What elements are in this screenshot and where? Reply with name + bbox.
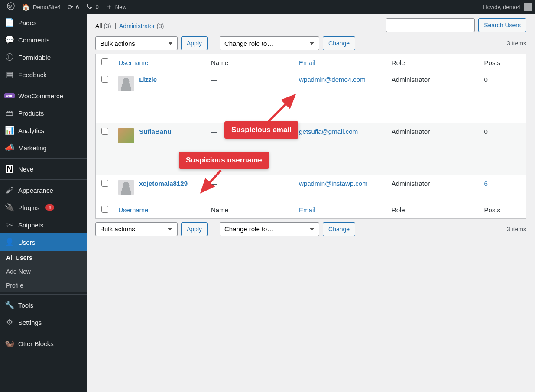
filter-administrator[interactable]: Administrator bbox=[119, 23, 155, 29]
select-all-bottom[interactable] bbox=[101, 206, 108, 213]
change-role-select[interactable]: Change role to… bbox=[220, 36, 319, 50]
username-link[interactable]: SufiaBanu bbox=[139, 128, 171, 135]
items-count-bottom: 3 items bbox=[507, 226, 526, 233]
col-name: Name bbox=[207, 54, 295, 71]
howdy-text: Howdy, demo4 bbox=[483, 4, 520, 10]
callout-suspicious-email: Suspicious email bbox=[224, 121, 298, 139]
menu-item-marketing[interactable]: 📣Marketing bbox=[0, 139, 87, 156]
feedback-icon: ▤ bbox=[5, 70, 14, 79]
name-value: — bbox=[211, 128, 217, 135]
email-link[interactable]: wpadmin@demo4.com bbox=[299, 76, 366, 83]
analytics-icon: 📊 bbox=[5, 126, 14, 135]
bulk-actions-select-bottom[interactable]: Bulk actions bbox=[95, 222, 178, 236]
menu-label: Feedback bbox=[18, 71, 47, 78]
wp-logo[interactable] bbox=[3, 0, 18, 14]
new-link[interactable]: ＋New bbox=[102, 0, 130, 14]
plugins-icon: 🔌 bbox=[5, 203, 14, 212]
apply-button-bottom[interactable]: Apply bbox=[181, 222, 208, 236]
users-table: Username Name Email Role Posts Lizzie—wp… bbox=[95, 54, 526, 219]
row-checkbox[interactable] bbox=[101, 128, 108, 135]
posts-link[interactable]: 6 bbox=[484, 180, 488, 187]
select-all-top[interactable] bbox=[101, 58, 108, 65]
role-value: Administrator bbox=[392, 128, 430, 135]
new-label: New bbox=[115, 4, 126, 10]
change-role-select-bottom[interactable]: Change role to… bbox=[220, 222, 319, 236]
email-link[interactable]: getsufia@gmail.com bbox=[299, 128, 358, 135]
row-checkbox[interactable] bbox=[101, 180, 108, 187]
filter-all[interactable]: All bbox=[95, 23, 102, 29]
menu-item-comments[interactable]: 💬Comments bbox=[0, 31, 87, 49]
row-checkbox[interactable] bbox=[101, 76, 108, 83]
apply-button-top[interactable]: Apply bbox=[181, 36, 208, 50]
avatar-icon bbox=[524, 3, 532, 11]
home-icon: 🏠 bbox=[22, 3, 30, 11]
menu-item-settings[interactable]: ⚙Settings bbox=[0, 314, 87, 331]
search-input[interactable] bbox=[386, 18, 475, 32]
name-value: — bbox=[211, 180, 217, 187]
otter-blocks-icon: 🦦 bbox=[5, 339, 14, 348]
email-link[interactable]: wpadmin@instawp.com bbox=[299, 180, 368, 187]
menu-item-snippets[interactable]: ✂Snippets bbox=[0, 216, 87, 233]
table-row: Lizzie—wpadmin@demo4.comAdministrator0 bbox=[96, 71, 526, 123]
col-email[interactable]: Email bbox=[299, 59, 315, 66]
submenu-add-new[interactable]: Add New bbox=[0, 265, 87, 279]
username-link[interactable]: Lizzie bbox=[139, 76, 157, 83]
col-posts-foot: Posts bbox=[480, 201, 526, 219]
change-button-bottom[interactable]: Change bbox=[323, 222, 355, 236]
menu-item-products[interactable]: 🗃Products bbox=[0, 104, 87, 122]
posts-value: 0 bbox=[484, 76, 488, 83]
menu-label: Tools bbox=[18, 301, 33, 309]
col-role-foot: Role bbox=[387, 201, 480, 219]
menu-item-woocommerce[interactable]: wooWooCommerce bbox=[0, 87, 87, 104]
wordpress-icon bbox=[7, 2, 15, 12]
col-name-foot: Name bbox=[207, 201, 295, 219]
callout-suspicious-username: Suspicious username bbox=[179, 152, 269, 169]
marketing-icon: 📣 bbox=[5, 143, 14, 152]
admin-toolbar: 🏠DemoSite4 ⟳6 🗨0 ＋New Howdy, demo4 bbox=[0, 0, 535, 14]
username-link[interactable]: xojetomala8129 bbox=[139, 180, 188, 187]
products-icon: 🗃 bbox=[5, 109, 14, 117]
neve-icon: N bbox=[5, 165, 14, 173]
menu-item-neve[interactable]: NNeve bbox=[0, 160, 87, 178]
change-button-top[interactable]: Change bbox=[323, 36, 355, 50]
role-value: Administrator bbox=[392, 76, 430, 83]
menu-item-otter-blocks[interactable]: 🦦Otter Blocks bbox=[0, 335, 87, 352]
site-link[interactable]: 🏠DemoSite4 bbox=[18, 0, 64, 14]
svg-point-0 bbox=[7, 3, 14, 10]
updates-link[interactable]: ⟳6 bbox=[64, 0, 82, 14]
account-link[interactable]: Howdy, demo4 bbox=[483, 3, 532, 11]
name-value: — bbox=[211, 76, 217, 83]
main-content: All (3) | Administrator (3) Search Users… bbox=[87, 14, 535, 392]
menu-label: Otter Blocks bbox=[18, 340, 54, 347]
menu-label: Marketing bbox=[18, 144, 47, 152]
menu-item-feedback[interactable]: ▤Feedback bbox=[0, 66, 87, 83]
menu-item-analytics[interactable]: 📊Analytics bbox=[0, 122, 87, 139]
settings-icon: ⚙ bbox=[5, 318, 14, 327]
menu-item-pages[interactable]: 📄Pages bbox=[0, 14, 87, 31]
menu-item-appearance[interactable]: 🖌Appearance bbox=[0, 181, 87, 199]
site-name: DemoSite4 bbox=[33, 4, 61, 10]
menu-label: Snippets bbox=[18, 221, 43, 229]
update-badge: 6 bbox=[45, 204, 54, 211]
menu-item-tools[interactable]: 🔧Tools bbox=[0, 296, 87, 314]
table-row: SufiaBanu—getsufia@gmail.comAdministrato… bbox=[96, 123, 526, 175]
pages-icon: 📄 bbox=[5, 18, 14, 27]
col-username-foot[interactable]: Username bbox=[118, 206, 148, 214]
menu-item-formidable[interactable]: ⒻFormidable bbox=[0, 49, 87, 66]
menu-item-users[interactable]: 👤Users bbox=[0, 233, 87, 251]
comments-link[interactable]: 🗨0 bbox=[83, 0, 102, 14]
submenu-all-users[interactable]: All Users bbox=[0, 251, 87, 265]
admin-sidebar: 📄Pages💬CommentsⒻFormidable▤FeedbackwooWo… bbox=[0, 14, 87, 392]
search-users-button[interactable]: Search Users bbox=[478, 18, 526, 32]
avatar bbox=[118, 180, 134, 195]
bulk-actions-select[interactable]: Bulk actions bbox=[95, 36, 178, 50]
snippets-icon: ✂ bbox=[5, 220, 14, 229]
submenu-profile[interactable]: Profile bbox=[0, 279, 87, 292]
col-username[interactable]: Username bbox=[118, 59, 148, 66]
col-email-foot[interactable]: Email bbox=[299, 206, 315, 214]
avatar bbox=[118, 76, 134, 91]
menu-label: Users bbox=[18, 239, 35, 246]
tools-icon: 🔧 bbox=[5, 301, 14, 309]
menu-item-plugins[interactable]: 🔌Plugins6 bbox=[0, 199, 87, 216]
col-posts: Posts bbox=[480, 54, 526, 71]
